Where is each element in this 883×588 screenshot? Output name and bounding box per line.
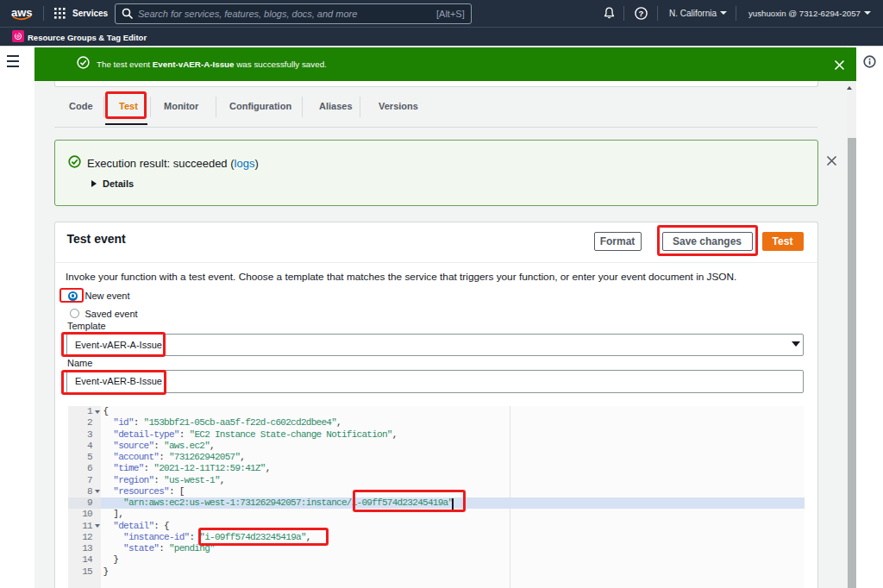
svg-text:?: ? [639,9,644,18]
